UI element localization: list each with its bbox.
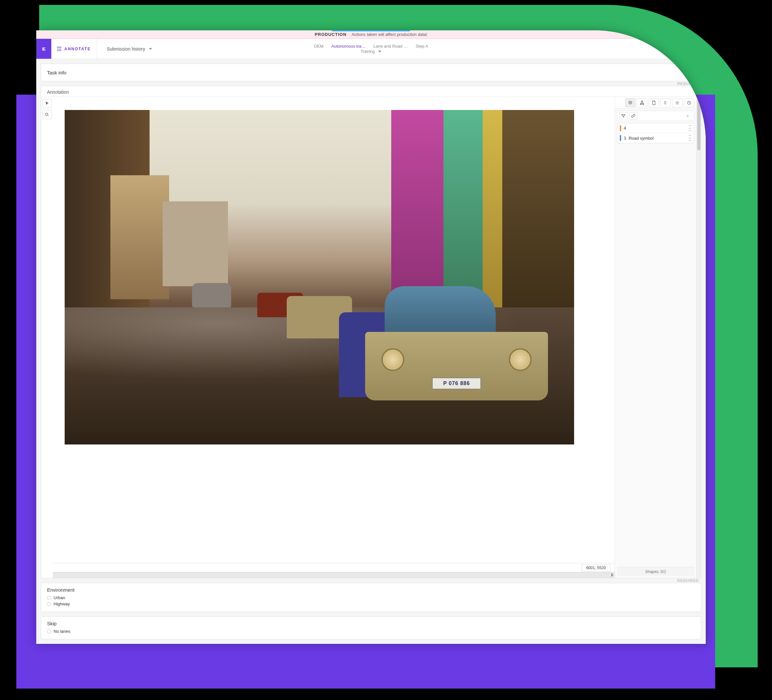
layers-icon[interactable] [625, 98, 636, 108]
production-warning: Actions taken will affect production dat… [352, 32, 427, 37]
image-building [163, 201, 228, 286]
grid-icon [57, 47, 62, 51]
annotation-body: P 076 886 6001, 5520 [41, 96, 701, 578]
coordinates-readout: 6001, 5520 [581, 564, 611, 571]
instance-label: Road symbol [629, 136, 653, 141]
skip-option-no-lanes[interactable]: No lanes [47, 629, 695, 634]
link-icon[interactable] [629, 112, 638, 119]
annotate-mode-badge[interactable]: ANNOTATE [51, 39, 97, 59]
breadcrumb-autonomous[interactable]: Autonomous tra… [332, 44, 366, 49]
breadcrumbs: OEM Autonomous tra… Lane and Road … Step… [314, 39, 428, 59]
submission-history-label: Submission history [107, 46, 145, 52]
radio-icon [47, 596, 51, 600]
collapse-panel-icon[interactable] [683, 112, 692, 120]
env-option-label: Urban [54, 595, 65, 600]
submission-history-dropdown[interactable]: Submission history [97, 39, 162, 59]
vertical-scrollbar[interactable] [696, 97, 701, 578]
svg-rect-1 [641, 101, 643, 102]
canvas-wrap: P 076 886 6001, 5520 [53, 97, 615, 578]
app-logo[interactable] [36, 39, 51, 59]
skip-panel: Skip No lanes [41, 617, 701, 639]
breadcrumb-oem[interactable]: OEM [314, 44, 324, 49]
environment-title: Environment [47, 587, 695, 592]
content-area: Task info REQUIRED Annotation [36, 59, 706, 644]
reorder-handle-icon[interactable] [689, 125, 691, 131]
svg-point-4 [677, 102, 678, 103]
annotation-image[interactable]: P 076 886 [65, 110, 574, 444]
radio-icon [47, 630, 51, 633]
zoom-tool[interactable] [43, 110, 52, 119]
env-option-label: Highway [54, 601, 70, 606]
annotation-title: Annotation [41, 86, 701, 96]
environment-panel: REQUIRED Environment Urban Highway [41, 583, 701, 612]
right-toolbar [615, 97, 696, 109]
task-info-title: Task info [47, 70, 66, 75]
skip-option-label: No lanes [54, 629, 70, 634]
caret-down-icon [149, 48, 152, 50]
required-tag: REQUIRED [677, 579, 699, 583]
task-info-panel[interactable]: Task info [41, 64, 701, 81]
filter-row [617, 111, 694, 121]
reorder-handle-icon[interactable] [689, 135, 691, 141]
canvas-viewport[interactable]: P 076 886 [53, 97, 615, 563]
production-label: PRODUCTION [315, 32, 347, 37]
filter-icon[interactable] [619, 112, 628, 119]
right-panel: 4 3 Road symbol Shapes: 0/2 [615, 97, 696, 578]
breadcrumb-lane-road[interactable]: Lane and Road … [373, 44, 408, 49]
annotation-panel: REQUIRED Annotation [41, 86, 701, 578]
list-icon[interactable] [660, 98, 671, 108]
top-accent-bar [332, 30, 410, 31]
pointer-tool[interactable] [43, 99, 52, 108]
license-plate: P 076 886 [432, 378, 481, 389]
annotate-label: ANNOTATE [64, 47, 91, 51]
file-icon[interactable] [649, 98, 659, 108]
caret-down-icon [378, 51, 381, 52]
topbar: ANNOTATE Submission history OEM Autonomo… [36, 39, 706, 59]
svg-rect-3 [643, 103, 644, 104]
breadcrumb-sub-training[interactable]: Training [361, 49, 375, 54]
gear-icon[interactable] [672, 98, 682, 108]
left-toolbar [41, 97, 53, 578]
breadcrumb-step-a[interactable]: Step A [416, 44, 428, 49]
svg-rect-2 [640, 103, 642, 104]
production-banner: PRODUCTION · Actions taken will affect p… [36, 30, 706, 39]
instance-number: 3 [624, 136, 626, 141]
image-car [192, 283, 231, 307]
env-option-urban[interactable]: Urban [47, 595, 695, 600]
svg-point-0 [46, 113, 48, 115]
image-building [110, 175, 169, 299]
help-icon[interactable] [684, 98, 694, 108]
radio-icon [47, 602, 51, 606]
instance-color-swatch [620, 125, 621, 131]
skip-title: Skip [47, 621, 695, 626]
app-window: PRODUCTION · Actions taken will affect p… [36, 30, 706, 644]
shapes-counter: Shapes: 0/2 [617, 567, 694, 576]
banner-divider: · [348, 32, 350, 37]
scrollbar-thumb[interactable] [697, 98, 700, 150]
instance-color-swatch [620, 135, 621, 141]
instance-list: 4 3 Road symbol [617, 123, 694, 143]
image-car-foreground: P 076 886 [365, 286, 548, 420]
hierarchy-icon[interactable] [637, 98, 647, 108]
instance-row[interactable]: 3 Road symbol [617, 133, 694, 143]
instance-row[interactable]: 4 [617, 123, 694, 133]
coordinate-bar: 6001, 5520 [53, 563, 615, 572]
instance-number: 4 [624, 126, 626, 131]
env-option-highway[interactable]: Highway [47, 601, 695, 606]
horizontal-scrollbar[interactable] [53, 572, 615, 578]
